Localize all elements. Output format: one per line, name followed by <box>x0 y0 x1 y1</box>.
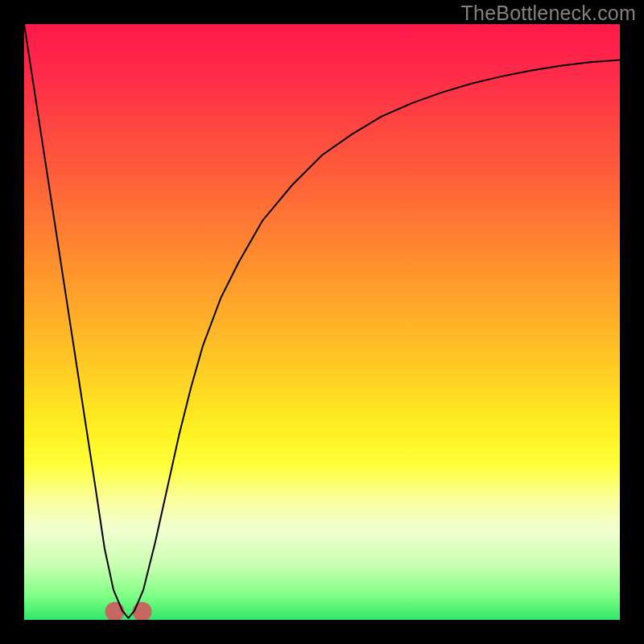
gradient-background <box>24 24 620 620</box>
watermark-label: TheBottleneck.com <box>461 2 636 25</box>
bottleneck-chart <box>24 24 620 620</box>
chart-frame: TheBottleneck.com <box>0 0 644 644</box>
